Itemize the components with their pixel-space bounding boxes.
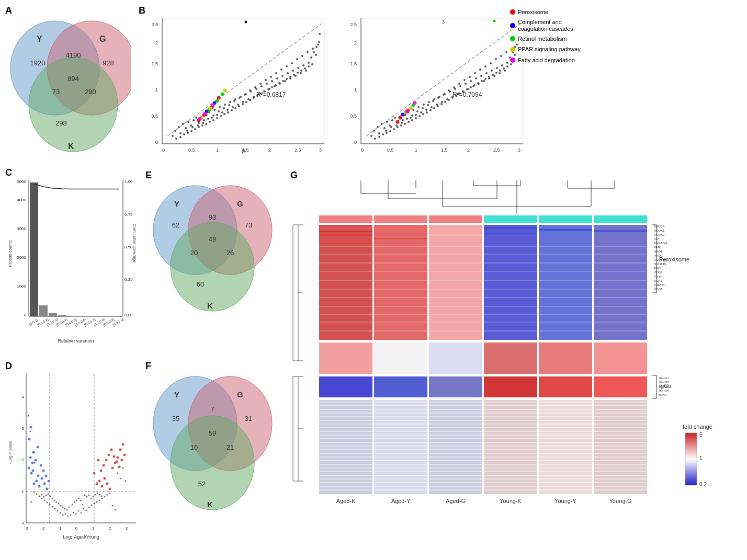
svg-point-284 bbox=[462, 90, 465, 93]
svg-point-197 bbox=[425, 109, 427, 111]
svg-rect-329 bbox=[58, 315, 66, 316]
legend-fatty-acid: Fatty acid degradation bbox=[510, 56, 586, 65]
svg-point-469 bbox=[100, 470, 103, 472]
svg-point-433 bbox=[122, 467, 124, 469]
svg-rect-589 bbox=[319, 460, 649, 461]
svg-point-472 bbox=[108, 454, 110, 456]
svg-rect-593 bbox=[319, 475, 649, 476]
svg-text:-3: -3 bbox=[24, 526, 28, 531]
svg-text:2.5: 2.5 bbox=[295, 147, 301, 153]
svg-rect-565 bbox=[539, 376, 592, 397]
svg-text:2.5: 2.5 bbox=[151, 22, 158, 27]
svg-text:Protein counts: Protein counts bbox=[8, 240, 13, 267]
svg-point-65 bbox=[292, 70, 294, 72]
svg-text:Y: Y bbox=[174, 390, 179, 399]
svg-point-137 bbox=[297, 72, 299, 74]
svg-rect-512 bbox=[539, 215, 592, 223]
svg-point-198 bbox=[428, 101, 430, 103]
svg-point-209 bbox=[457, 93, 459, 95]
svg-rect-510 bbox=[429, 215, 482, 223]
svg-point-435 bbox=[33, 483, 36, 485]
svg-text:1.5: 1.5 bbox=[441, 147, 448, 153]
svg-rect-326 bbox=[30, 182, 38, 316]
svg-point-259 bbox=[370, 135, 372, 137]
svg-point-277 bbox=[437, 105, 439, 107]
legend-ppar: PPAR signaling pathway bbox=[510, 45, 586, 54]
svg-point-409 bbox=[56, 501, 58, 503]
svg-text:1.5: 1.5 bbox=[242, 147, 249, 153]
svg-text:1: 1 bbox=[415, 147, 417, 153]
svg-text:G: G bbox=[237, 390, 243, 399]
svg-point-36 bbox=[216, 114, 218, 116]
svg-point-110 bbox=[198, 126, 200, 128]
venn-e-k-only: 60 bbox=[197, 280, 204, 288]
svg-point-90 bbox=[254, 86, 256, 88]
svg-point-78 bbox=[191, 126, 194, 128]
svg-point-379 bbox=[52, 506, 53, 508]
svg-point-33 bbox=[208, 111, 210, 113]
svg-point-438 bbox=[41, 477, 43, 480]
svg-point-128 bbox=[264, 90, 266, 93]
svg-text:G: G bbox=[237, 199, 243, 208]
venn-f-gk-only: 21 bbox=[227, 443, 234, 451]
svg-point-280 bbox=[448, 99, 450, 101]
svg-point-238 bbox=[411, 115, 413, 117]
svg-point-112 bbox=[205, 123, 207, 125]
svg-rect-577 bbox=[319, 416, 649, 417]
svg-point-188 bbox=[402, 119, 404, 121]
svg-rect-533 bbox=[319, 238, 372, 239]
svg-point-250 bbox=[474, 72, 476, 74]
svg-rect-582 bbox=[319, 435, 649, 436]
venn-f-k-only: 52 bbox=[198, 480, 206, 488]
svg-point-399 bbox=[76, 500, 77, 501]
svg-point-370 bbox=[81, 512, 82, 513]
svg-point-382 bbox=[96, 501, 98, 503]
svg-point-179 bbox=[377, 126, 379, 128]
svg-point-401 bbox=[80, 500, 82, 501]
svg-rect-591 bbox=[319, 467, 649, 468]
svg-text:1: 1 bbox=[354, 87, 357, 93]
svg-point-71 bbox=[308, 62, 310, 64]
svg-rect-564 bbox=[484, 376, 537, 397]
svg-point-23 bbox=[182, 123, 184, 125]
svg-point-287 bbox=[473, 84, 476, 86]
svg-point-434 bbox=[125, 481, 127, 482]
svg-text:4: 4 bbox=[22, 395, 25, 399]
svg-point-220 bbox=[485, 72, 488, 74]
svg-point-127 bbox=[260, 93, 262, 95]
svg-point-454 bbox=[28, 438, 31, 441]
svg-point-126 bbox=[256, 95, 258, 97]
svg-point-21 bbox=[174, 130, 176, 132]
svg-point-140 bbox=[308, 65, 310, 67]
svg-rect-590 bbox=[319, 464, 649, 465]
svg-point-46 bbox=[242, 101, 244, 103]
svg-rect-625 bbox=[685, 433, 697, 485]
svg-point-299 bbox=[399, 116, 402, 120]
svg-point-191 bbox=[410, 117, 412, 119]
svg-point-133 bbox=[282, 80, 284, 82]
svg-point-368 bbox=[65, 513, 66, 515]
svg-text:0.5: 0.5 bbox=[151, 113, 158, 119]
svg-point-105 bbox=[179, 136, 182, 138]
svg-point-373 bbox=[60, 512, 61, 514]
svg-point-429 bbox=[28, 415, 29, 417]
svg-point-121 bbox=[238, 105, 240, 107]
svg-point-375 bbox=[57, 510, 59, 512]
svg-point-439 bbox=[43, 483, 46, 485]
svg-point-63 bbox=[287, 72, 289, 74]
svg-point-390 bbox=[107, 494, 108, 496]
svg-point-271 bbox=[415, 117, 417, 119]
svg-point-295 bbox=[503, 67, 505, 70]
svg-text:0: 0 bbox=[155, 140, 158, 145]
svg-rect-570 bbox=[484, 400, 537, 494]
svg-point-278 bbox=[440, 103, 443, 105]
svg-rect-552 bbox=[319, 314, 649, 315]
svg-point-442 bbox=[28, 467, 30, 470]
svg-point-196 bbox=[423, 104, 425, 106]
panel-a: A Y G K 1920 4190 928 73 290 298 894 bbox=[5, 5, 136, 162]
svg-text:CAT: CAT bbox=[654, 237, 660, 241]
svg-text:Cumulative coverage: Cumulative coverage bbox=[132, 223, 137, 263]
svg-point-288 bbox=[477, 82, 479, 84]
svg-point-26 bbox=[190, 124, 192, 127]
svg-point-40 bbox=[227, 109, 229, 111]
